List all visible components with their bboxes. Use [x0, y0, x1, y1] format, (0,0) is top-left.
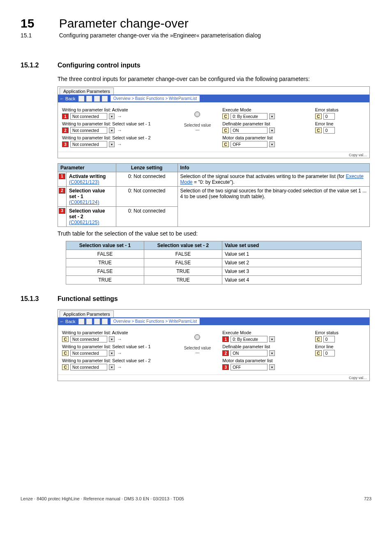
copy-values[interactable]: Copy val… — [58, 376, 369, 381]
footer: Lenze · 8400 protec HighLine · Reference… — [21, 496, 371, 501]
sel1-field[interactable]: Not connected — [70, 127, 107, 134]
error-status-field[interactable]: 0 — [323, 113, 335, 120]
sel2-field[interactable]: Not connected — [70, 364, 107, 370]
activate-field[interactable]: Not connected — [70, 336, 107, 342]
c-tag[interactable]: C — [62, 364, 69, 370]
error-line-field[interactable]: 0 — [323, 127, 335, 134]
definable-list-field[interactable]: ON — [231, 127, 267, 134]
marker-3: 3 — [62, 141, 69, 147]
label: --- — [180, 350, 215, 355]
label: Motor data parameter list — [222, 358, 308, 363]
col-lenze: Lenze setting — [116, 164, 178, 172]
lenze-setting: 0: Not connected — [116, 172, 178, 187]
back-button[interactable]: ← Back — [60, 96, 76, 101]
status-led-icon — [194, 334, 200, 340]
sel1-field[interactable]: Not connected — [70, 350, 107, 356]
marker-3: 3 — [59, 208, 65, 214]
truth-intro: Truth table for the selection of the val… — [58, 230, 371, 237]
c-tag[interactable]: C — [315, 113, 322, 119]
marker-1: 1 — [222, 336, 229, 342]
marker-1: 1 — [59, 173, 65, 179]
execute-mode-field[interactable]: 0: By Execute — [231, 336, 267, 342]
nav-icon[interactable] — [94, 96, 100, 102]
definable-list-field[interactable]: ON — [231, 350, 267, 356]
separator: _ _ _ _ _ _ _ _ _ _ _ _ _ _ _ _ _ _ _ _ … — [21, 48, 371, 54]
c-tag[interactable]: C — [222, 127, 229, 133]
tab-application-parameters[interactable]: Application Parameters — [60, 88, 114, 95]
chapter-number: 15 — [21, 16, 58, 30]
section-title: Configuring parameter change-over via th… — [59, 32, 261, 39]
param-name: Selection value set - 1 — [69, 188, 105, 199]
label: Writing to parameter list: Select value … — [62, 358, 173, 363]
info-cell: Selection of the two signal sources for … — [178, 187, 369, 227]
nav-icon[interactable] — [86, 96, 92, 102]
execute-mode-field[interactable]: 0: By Execute — [231, 113, 267, 120]
lenze-setting: 0: Not connected — [116, 207, 178, 227]
label: Motor data parameter list — [222, 135, 308, 140]
chevron-down-icon[interactable]: ▾ — [269, 350, 275, 356]
chevron-down-icon[interactable]: ▾ — [109, 336, 115, 342]
chevron-down-icon[interactable]: ▾ — [269, 113, 275, 119]
c-tag[interactable]: C — [62, 336, 69, 342]
copy-values[interactable]: Copy val… — [58, 153, 369, 158]
param-name: Activate writing — [69, 173, 106, 179]
marker-3: 3 — [222, 364, 229, 370]
chevron-down-icon[interactable]: ▾ — [269, 127, 275, 133]
lenze-setting: 0: Not connected — [116, 187, 178, 207]
nav-icon[interactable] — [102, 96, 108, 102]
nav-icon[interactable] — [78, 319, 84, 324]
nav-icon[interactable] — [78, 96, 84, 102]
tab-application-parameters[interactable]: Application Parameters — [60, 310, 114, 317]
nav-icon[interactable] — [102, 319, 108, 324]
label: Writing to parameter list: Select value … — [62, 121, 173, 126]
c-tag[interactable]: C — [62, 350, 69, 356]
screenshot-control-inputs: Application Parameters ← Back Overview >… — [58, 86, 370, 158]
chevron-down-icon[interactable]: ▾ — [109, 141, 115, 147]
error-status-field[interactable]: 0 — [323, 336, 335, 342]
breadcrumb[interactable]: Overview > Basic Functions > WriteParamL… — [111, 318, 200, 324]
arrow-icon: → — [117, 350, 122, 356]
subsection-number: 15.1.2 — [21, 62, 58, 69]
error-line-field[interactable]: 0 — [323, 350, 335, 356]
toolbar: ← Back Overview > Basic Functions > Writ… — [58, 95, 369, 102]
c-tag[interactable]: C — [222, 113, 229, 119]
code-link[interactable]: (C00621/125) — [69, 220, 99, 225]
motor-list-field[interactable]: OFF — [231, 141, 267, 148]
chevron-down-icon[interactable]: ▾ — [109, 364, 115, 370]
marker-1: 1 — [62, 113, 69, 119]
code-link[interactable]: (C00621/124) — [69, 199, 99, 205]
page-number: 723 — [364, 496, 371, 501]
c-tag[interactable]: C — [315, 336, 322, 342]
c-tag[interactable]: C — [315, 350, 322, 356]
chevron-down-icon[interactable]: ▾ — [269, 141, 275, 147]
label: Writing to parameter list: Select value … — [62, 135, 173, 140]
chevron-down-icon[interactable]: ▾ — [269, 336, 275, 342]
sel2-field[interactable]: Not connected — [70, 141, 107, 148]
nav-icon[interactable] — [94, 319, 100, 324]
toolbar-icons — [78, 95, 108, 101]
activate-field[interactable]: Not connected — [70, 113, 107, 120]
chevron-down-icon[interactable]: ▾ — [109, 350, 115, 356]
table-row: FALSEFALSEValue set 1 — [66, 250, 362, 259]
breadcrumb[interactable]: Overview > Basic Functions > WriteParamL… — [111, 95, 200, 102]
c-tag[interactable]: C — [222, 141, 229, 147]
label: --- — [180, 127, 215, 132]
chevron-down-icon[interactable]: ▾ — [269, 364, 275, 370]
label: Error line — [315, 344, 365, 349]
footer-left: Lenze · 8400 protec HighLine · Reference… — [21, 496, 184, 501]
table-row: FALSETRUEValue set 3 — [66, 267, 362, 276]
status-led-icon — [194, 111, 200, 117]
chevron-down-icon[interactable]: ▾ — [109, 127, 115, 133]
label: Error status — [315, 330, 365, 335]
parameter-table: Parameter Lenze setting Info 1 Activate … — [58, 163, 370, 227]
table-row: TRUEFALSEValue set 2 — [66, 259, 362, 267]
col-sel1: Selection value set - 1 — [66, 241, 144, 250]
label: Selected value — [180, 346, 215, 350]
chevron-down-icon[interactable]: ▾ — [109, 113, 115, 119]
code-link[interactable]: (C00621/123) — [69, 179, 99, 185]
nav-icon[interactable] — [86, 319, 92, 324]
toolbar-icons — [78, 318, 108, 324]
back-button[interactable]: ← Back — [60, 319, 76, 324]
motor-list-field[interactable]: OFF — [231, 364, 267, 370]
c-tag[interactable]: C — [315, 127, 322, 133]
